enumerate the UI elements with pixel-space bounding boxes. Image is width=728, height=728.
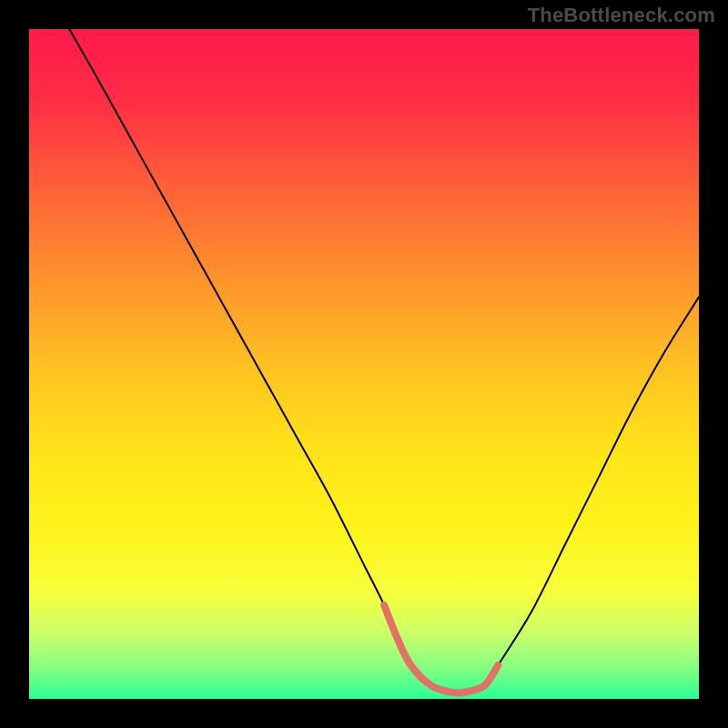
chart-plot-area [29,29,699,699]
chart-frame: TheBottleneck.com [0,0,728,728]
gradient-background [29,29,699,699]
watermark-text: TheBottleneck.com [528,4,715,27]
chart-svg [29,29,699,699]
